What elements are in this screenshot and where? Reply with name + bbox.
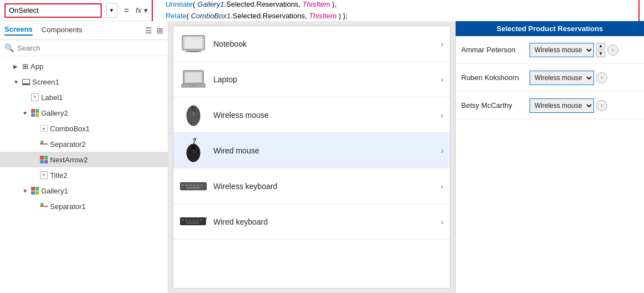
tree-label-separator1: Separator1 (50, 202, 86, 211)
product-name-laptop: Laptop (213, 75, 441, 84)
wiredkeyboard-img (180, 211, 207, 233)
ammar-down-btn[interactable]: ▼ (596, 51, 605, 57)
product-name-notebook: Notebook (213, 39, 441, 48)
svg-rect-28 (185, 219, 188, 221)
expand-arrow-gallery1: ▼ (22, 188, 29, 194)
tree-label-app: App (31, 62, 43, 71)
svg-rect-5 (184, 37, 202, 48)
combobox-icon: ▾ (40, 125, 48, 132)
separator1-icon (40, 202, 48, 210)
component-tree: ▶ ⊞ App ▼ Screen1 ▶ ✎ Label1 ▼ Gallery2 (0, 56, 168, 293)
screen-icon (22, 79, 30, 85)
grid-view-icon[interactable]: ⊞ (157, 26, 163, 35)
svg-rect-20 (186, 184, 188, 186)
event-dropdown[interactable]: ▾ (106, 3, 117, 18)
tree-item-combobox1[interactable]: ▶ ▾ ComboBox1 (0, 121, 168, 136)
top-bar: ▾ = fx ▾ If( IsBlank( ComboBox1.Selected… (0, 0, 644, 21)
right-panel: Selected Product Reservations Ammar Pete… (455, 21, 644, 293)
expand-arrow-app: ▶ (13, 63, 20, 69)
gallery-row-notebook[interactable]: Notebook › (173, 26, 450, 62)
fx-label: fx (136, 6, 141, 14)
svg-rect-9 (185, 72, 202, 82)
formula-line-3: Relate( ComboBox1.Selected.Reservations,… (157, 11, 634, 22)
notebook-img (180, 33, 207, 55)
reservation-name-ruben: Ruben Kokshoorn (461, 73, 525, 82)
product-name-wkeyboard: Wireless keyboard (213, 182, 441, 191)
reservation-name-betsy: Betsy McCarthy (461, 101, 525, 110)
tab-screens[interactable]: Screens (4, 25, 33, 36)
tree-label-separator2: Separator2 (50, 140, 86, 148)
chevron-right-wiredmouse: › (441, 146, 443, 155)
tree-item-app[interactable]: ▶ ⊞ App (0, 58, 168, 74)
tab-icons: ☰ ⊞ (145, 26, 163, 35)
equals-sign: = (122, 6, 131, 16)
label-icon: ✎ (31, 93, 39, 101)
tab-components[interactable]: Components (42, 26, 83, 35)
svg-rect-27 (182, 219, 184, 221)
svg-rect-29 (189, 219, 192, 221)
product-name-wmouse: Wireless mouse (213, 111, 441, 120)
betsy-nav-btn[interactable]: › (596, 100, 607, 111)
betsy-controls: Wireless mouse › (530, 98, 607, 113)
reservation-row-ammar: Ammar Peterson Wireless mouse ▲ ▼ › (456, 36, 644, 64)
svg-rect-11 (189, 85, 198, 86)
right-panel-header: Selected Product Reservations (456, 21, 644, 36)
event-selector[interactable] (4, 3, 102, 18)
svg-rect-25 (187, 186, 201, 188)
ruben-controls: Wireless mouse › (530, 71, 607, 85)
tree-label-gallery2: Gallery2 (41, 109, 68, 117)
chevron-right-wiredkeyboard: › (441, 217, 443, 226)
tree-label-title2: Title2 (50, 171, 67, 180)
svg-point-14 (191, 106, 196, 112)
tree-label-combobox1: ComboBox1 (50, 125, 90, 133)
chevron-right-wmouse: › (441, 111, 443, 120)
svg-rect-3 (41, 203, 43, 206)
tree-item-screen1[interactable]: ▼ Screen1 (0, 74, 168, 90)
left-panel: Screens Components ☰ ⊞ 🔍 ▶ ⊞ App ▼ Scree… (0, 21, 168, 293)
gallery-row-laptop[interactable]: Laptop › (173, 62, 450, 97)
betsy-combo[interactable]: Wireless mouse (530, 98, 594, 113)
tree-item-separator1[interactable]: ▶ Separator1 (0, 198, 168, 214)
chevron-right-wkeyboard: › (441, 182, 443, 191)
wiredmouse-img (180, 140, 207, 162)
search-row: 🔍 (0, 40, 168, 56)
ammar-step-buttons: ▲ ▼ (596, 43, 605, 57)
middle-area: Notebook › Laptop › Wireless mouse › (168, 21, 455, 293)
svg-rect-1 (41, 141, 43, 143)
product-gallery: Notebook › Laptop › Wireless mouse › (173, 26, 451, 289)
tree-label-gallery1: Gallery1 (41, 187, 68, 195)
gallery2-icon (31, 109, 39, 117)
wkeyboard-img (180, 175, 207, 197)
tree-item-gallery2[interactable]: ▼ Gallery2 (0, 105, 168, 121)
gallery-row-wiredkeyboard[interactable]: Wired keyboard › (173, 204, 450, 240)
tabs-row: Screens Components ☰ ⊞ (0, 21, 168, 40)
ammar-up-btn[interactable]: ▲ (596, 43, 605, 49)
svg-rect-33 (186, 222, 199, 224)
svg-point-17 (192, 145, 196, 150)
ruben-nav-btn[interactable]: › (596, 72, 607, 83)
main-area: Screens Components ☰ ⊞ 🔍 ▶ ⊞ App ▼ Scree… (0, 21, 644, 293)
svg-rect-22 (193, 184, 196, 186)
svg-rect-7 (189, 51, 198, 52)
tree-item-gallery1[interactable]: ▼ Gallery1 (0, 183, 168, 198)
svg-rect-24 (200, 184, 203, 186)
list-view-icon[interactable]: ☰ (145, 26, 152, 35)
tree-item-label1[interactable]: ▶ ✎ Label1 (0, 90, 168, 105)
gallery-row-wmouse[interactable]: Wireless mouse › (173, 97, 450, 133)
product-name-wiredmouse: Wired mouse (213, 146, 441, 155)
reservation-row-ruben: Ruben Kokshoorn Wireless mouse › (456, 64, 644, 92)
app-icon: ⊞ (22, 62, 28, 71)
search-input[interactable] (17, 44, 163, 52)
gallery-row-wkeyboard[interactable]: Wireless keyboard › (173, 168, 450, 204)
reservation-name-ammar: Ammar Peterson (461, 46, 525, 54)
tree-item-separator2[interactable]: ▶ Separator2 (0, 136, 168, 152)
ammar-nav-btn[interactable]: › (607, 44, 618, 56)
ruben-combo[interactable]: Wireless mouse (530, 71, 594, 85)
fx-arrow[interactable]: ▾ (143, 6, 147, 14)
tree-item-title2[interactable]: ▶ ✎ Title2 (0, 167, 168, 183)
ammar-controls: Wireless mouse ▲ ▼ › (530, 43, 618, 57)
gallery-row-wiredmouse[interactable]: Wired mouse › (173, 133, 450, 168)
tree-item-nextarrow2[interactable]: ▶ NextArrow2 (0, 152, 168, 167)
svg-rect-30 (192, 219, 195, 221)
ammar-combo[interactable]: Wireless mouse (530, 43, 594, 57)
